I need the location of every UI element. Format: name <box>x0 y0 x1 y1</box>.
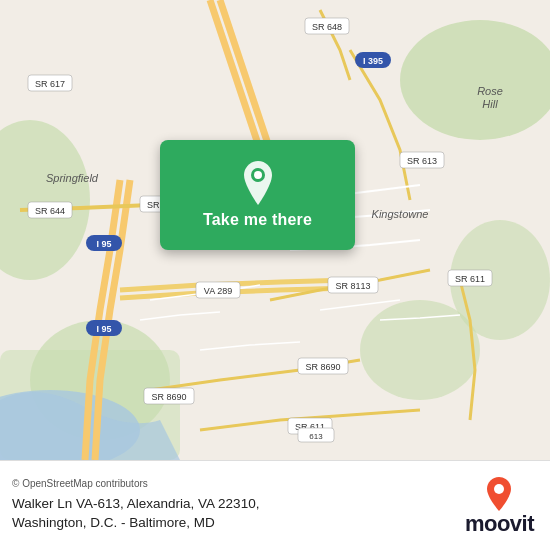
svg-text:I 395: I 395 <box>363 56 383 66</box>
svg-text:VA 289: VA 289 <box>204 286 232 296</box>
osm-credit: © OpenStreetMap contributors <box>12 478 453 489</box>
svg-text:SR 648: SR 648 <box>312 22 342 32</box>
address-section: © OpenStreetMap contributors Walker Ln V… <box>12 478 453 533</box>
moovit-pin-icon <box>485 477 513 511</box>
map-view: SR 617 SR 648 I 395 SR 613 SR 644 SR 644… <box>0 0 550 460</box>
svg-text:Rose: Rose <box>477 85 503 97</box>
svg-text:I 95: I 95 <box>96 239 111 249</box>
svg-text:613: 613 <box>309 432 323 441</box>
address-line2: Washington, D.C. - Baltimore, MD <box>12 515 215 530</box>
svg-point-44 <box>494 484 504 494</box>
location-pin-icon <box>240 161 276 205</box>
svg-text:SR 8690: SR 8690 <box>305 362 340 372</box>
svg-text:Kingstowne: Kingstowne <box>372 208 429 220</box>
moovit-text: moovit <box>465 513 534 535</box>
take-me-there-button[interactable]: Take me there <box>160 140 355 250</box>
take-me-there-label: Take me there <box>203 211 312 229</box>
svg-text:Hill: Hill <box>482 98 498 110</box>
svg-text:SR 8690: SR 8690 <box>151 392 186 402</box>
svg-point-43 <box>254 171 262 179</box>
address-line1: Walker Ln VA-613, Alexandria, VA 22310, <box>12 496 259 511</box>
svg-text:SR 617: SR 617 <box>35 79 65 89</box>
bottom-info-bar: © OpenStreetMap contributors Walker Ln V… <box>0 460 550 550</box>
svg-text:SR 611: SR 611 <box>455 274 485 284</box>
svg-text:SR 8113: SR 8113 <box>335 281 370 291</box>
svg-text:I 95: I 95 <box>96 324 111 334</box>
svg-text:SR 644: SR 644 <box>35 206 65 216</box>
svg-text:SR 613: SR 613 <box>407 156 437 166</box>
svg-text:Springfield: Springfield <box>46 172 99 184</box>
moovit-logo: moovit <box>465 477 534 535</box>
address-text: Walker Ln VA-613, Alexandria, VA 22310, … <box>12 495 453 533</box>
